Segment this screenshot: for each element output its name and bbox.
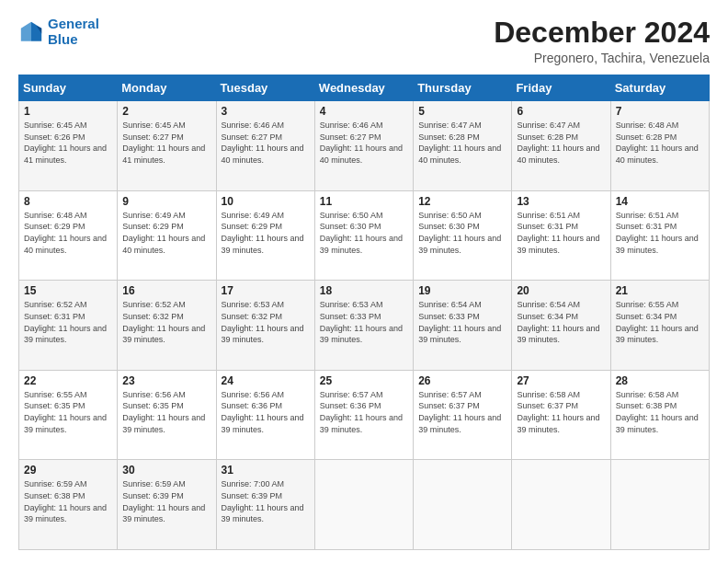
day-cell: 12 Sunrise: 6:50 AMSunset: 6:30 PMDaylig…: [414, 190, 512, 281]
day-cell: 10 Sunrise: 6:49 AMSunset: 6:29 PMDaylig…: [216, 190, 314, 281]
day-cell: 13 Sunrise: 6:51 AMSunset: 6:31 PMDaylig…: [512, 190, 610, 281]
logo-icon: [18, 19, 44, 45]
day-number: 8: [24, 195, 112, 208]
day-number: 14: [616, 195, 704, 208]
day-number: 21: [616, 284, 704, 297]
day-info: Sunrise: 6:46 AMSunset: 6:27 PMDaylight:…: [222, 121, 304, 165]
day-number: 1: [24, 105, 112, 118]
logo: General Blue: [18, 17, 99, 47]
day-number: 29: [24, 464, 112, 477]
day-number: 2: [122, 105, 210, 118]
day-info: Sunrise: 6:47 AMSunset: 6:28 PMDaylight:…: [418, 121, 501, 165]
day-cell: 25 Sunrise: 6:57 AMSunset: 6:36 PMDaylig…: [314, 370, 413, 460]
day-info: Sunrise: 6:53 AMSunset: 6:32 PMDaylight:…: [222, 300, 304, 344]
day-number: 31: [222, 464, 310, 477]
day-cell: 24 Sunrise: 6:56 AMSunset: 6:36 PMDaylig…: [216, 370, 314, 460]
day-cell: 5 Sunrise: 6:47 AMSunset: 6:28 PMDayligh…: [414, 101, 512, 191]
day-info: Sunrise: 6:45 AMSunset: 6:26 PMDaylight:…: [24, 121, 107, 165]
week-row-5: 29 Sunrise: 6:59 AMSunset: 6:38 PMDaylig…: [19, 460, 710, 550]
day-cell: [610, 460, 709, 550]
day-cell: 2 Sunrise: 6:45 AMSunset: 6:27 PMDayligh…: [118, 101, 216, 191]
day-info: Sunrise: 6:46 AMSunset: 6:27 PMDaylight:…: [320, 121, 403, 165]
day-info: Sunrise: 6:55 AMSunset: 6:35 PMDaylight:…: [24, 390, 107, 434]
location: Pregonero, Tachira, Venezuela: [494, 51, 710, 65]
day-cell: 18 Sunrise: 6:53 AMSunset: 6:33 PMDaylig…: [314, 281, 413, 371]
day-info: Sunrise: 6:45 AMSunset: 6:27 PMDaylight:…: [122, 121, 205, 165]
day-cell: 20 Sunrise: 6:54 AMSunset: 6:34 PMDaylig…: [512, 281, 610, 371]
day-info: Sunrise: 6:59 AMSunset: 6:38 PMDaylight:…: [24, 479, 107, 523]
day-info: Sunrise: 6:54 AMSunset: 6:33 PMDaylight:…: [418, 300, 501, 344]
logo-line2: Blue: [48, 31, 78, 47]
svg-marker-0: [31, 21, 41, 40]
weekday-header-row: Sunday Monday Tuesday Wednesday Thursday…: [19, 75, 710, 101]
day-cell: 27 Sunrise: 6:58 AMSunset: 6:37 PMDaylig…: [512, 370, 610, 460]
day-number: 16: [122, 284, 210, 297]
day-number: 26: [418, 374, 506, 387]
day-cell: 8 Sunrise: 6:48 AMSunset: 6:29 PMDayligh…: [19, 190, 118, 281]
day-cell: 28 Sunrise: 6:58 AMSunset: 6:38 PMDaylig…: [610, 370, 709, 460]
day-number: 27: [517, 374, 605, 387]
header-sunday: Sunday: [19, 75, 118, 101]
header-monday: Monday: [118, 75, 216, 101]
day-info: Sunrise: 6:52 AMSunset: 6:32 PMDaylight:…: [122, 300, 205, 344]
day-number: 6: [517, 105, 605, 118]
day-number: 25: [320, 374, 408, 387]
day-number: 17: [222, 284, 310, 297]
day-number: 11: [320, 195, 408, 208]
day-number: 24: [222, 374, 310, 387]
day-info: Sunrise: 6:50 AMSunset: 6:30 PMDaylight:…: [418, 211, 501, 255]
day-info: Sunrise: 6:50 AMSunset: 6:30 PMDaylight:…: [320, 211, 403, 255]
logo-text: General Blue: [48, 17, 99, 47]
day-cell: 30 Sunrise: 6:59 AMSunset: 6:39 PMDaylig…: [118, 460, 216, 550]
calendar-table: Sunday Monday Tuesday Wednesday Thursday…: [18, 75, 710, 550]
week-row-1: 1 Sunrise: 6:45 AMSunset: 6:26 PMDayligh…: [19, 101, 710, 191]
day-number: 15: [24, 284, 112, 297]
day-cell: 7 Sunrise: 6:48 AMSunset: 6:28 PMDayligh…: [610, 101, 709, 191]
day-number: 18: [320, 284, 408, 297]
day-number: 13: [517, 195, 605, 208]
day-cell: [314, 460, 413, 550]
day-info: Sunrise: 6:48 AMSunset: 6:28 PMDaylight:…: [616, 121, 699, 165]
day-info: Sunrise: 6:58 AMSunset: 6:38 PMDaylight:…: [616, 390, 699, 434]
header-friday: Friday: [512, 75, 610, 101]
day-cell: 21 Sunrise: 6:55 AMSunset: 6:34 PMDaylig…: [610, 281, 709, 371]
day-info: Sunrise: 6:57 AMSunset: 6:37 PMDaylight:…: [418, 390, 501, 434]
day-cell: 22 Sunrise: 6:55 AMSunset: 6:35 PMDaylig…: [19, 370, 118, 460]
header-wednesday: Wednesday: [314, 75, 413, 101]
logo-line1: General: [48, 16, 99, 31]
day-cell: 1 Sunrise: 6:45 AMSunset: 6:26 PMDayligh…: [19, 101, 118, 191]
day-info: Sunrise: 6:56 AMSunset: 6:35 PMDaylight:…: [122, 390, 205, 434]
day-info: Sunrise: 6:52 AMSunset: 6:31 PMDaylight:…: [24, 300, 107, 344]
day-cell: 16 Sunrise: 6:52 AMSunset: 6:32 PMDaylig…: [118, 281, 216, 371]
day-info: Sunrise: 6:49 AMSunset: 6:29 PMDaylight:…: [122, 211, 205, 255]
day-cell: [414, 460, 512, 550]
day-info: Sunrise: 6:47 AMSunset: 6:28 PMDaylight:…: [517, 121, 599, 165]
header-thursday: Thursday: [414, 75, 512, 101]
day-info: Sunrise: 6:49 AMSunset: 6:29 PMDaylight:…: [222, 211, 304, 255]
day-number: 19: [418, 284, 506, 297]
day-info: Sunrise: 6:54 AMSunset: 6:34 PMDaylight:…: [517, 300, 599, 344]
day-info: Sunrise: 6:57 AMSunset: 6:36 PMDaylight:…: [320, 390, 403, 434]
day-info: Sunrise: 7:00 AMSunset: 6:39 PMDaylight:…: [222, 479, 304, 523]
month-title: December 2024: [494, 17, 710, 49]
day-cell: 6 Sunrise: 6:47 AMSunset: 6:28 PMDayligh…: [512, 101, 610, 191]
week-row-3: 15 Sunrise: 6:52 AMSunset: 6:31 PMDaylig…: [19, 281, 710, 371]
header-tuesday: Tuesday: [216, 75, 314, 101]
day-number: 9: [122, 195, 210, 208]
day-number: 12: [418, 195, 506, 208]
day-number: 7: [616, 105, 704, 118]
day-cell: 11 Sunrise: 6:50 AMSunset: 6:30 PMDaylig…: [314, 190, 413, 281]
day-info: Sunrise: 6:51 AMSunset: 6:31 PMDaylight:…: [616, 211, 699, 255]
day-cell: 14 Sunrise: 6:51 AMSunset: 6:31 PMDaylig…: [610, 190, 709, 281]
header-saturday: Saturday: [610, 75, 709, 101]
day-cell: 4 Sunrise: 6:46 AMSunset: 6:27 PMDayligh…: [314, 101, 413, 191]
day-cell: 17 Sunrise: 6:53 AMSunset: 6:32 PMDaylig…: [216, 281, 314, 371]
day-cell: 9 Sunrise: 6:49 AMSunset: 6:29 PMDayligh…: [118, 190, 216, 281]
day-number: 3: [222, 105, 310, 118]
day-cell: 31 Sunrise: 7:00 AMSunset: 6:39 PMDaylig…: [216, 460, 314, 550]
day-cell: 15 Sunrise: 6:52 AMSunset: 6:31 PMDaylig…: [19, 281, 118, 371]
page: General Blue December 2024 Pregonero, Ta…: [0, 0, 728, 563]
day-number: 10: [222, 195, 310, 208]
header: General Blue December 2024 Pregonero, Ta…: [18, 17, 710, 65]
day-number: 4: [320, 105, 408, 118]
